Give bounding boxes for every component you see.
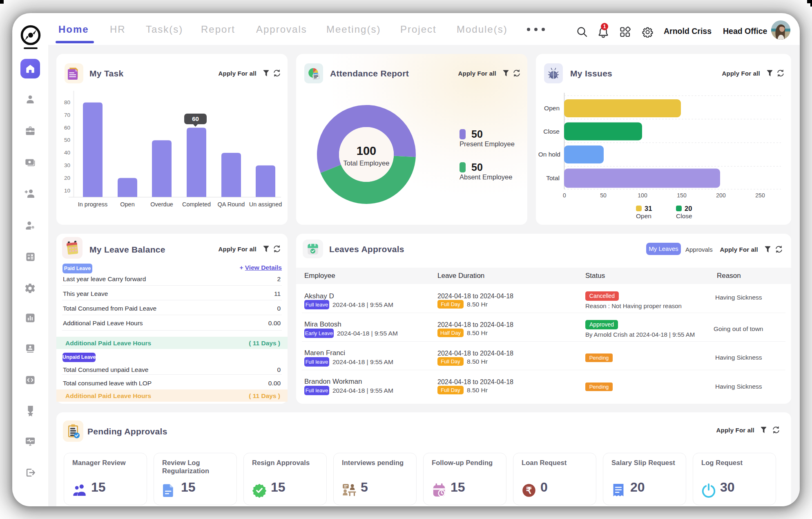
- svg-text:10: 10: [64, 188, 70, 194]
- svg-text:On hold: On hold: [538, 151, 560, 158]
- svg-text:150: 150: [677, 192, 687, 199]
- svg-text:20: 20: [64, 175, 70, 181]
- svg-text:100: 100: [357, 144, 376, 157]
- svg-text:20: 20: [685, 205, 692, 212]
- svg-text:40: 40: [64, 150, 70, 156]
- svg-text:60: 60: [192, 115, 199, 122]
- svg-text:Open: Open: [544, 105, 560, 112]
- svg-text:30: 30: [64, 162, 70, 168]
- svg-text:50: 50: [471, 128, 483, 140]
- svg-text:Total: Total: [546, 174, 560, 181]
- svg-text:50: 50: [600, 192, 607, 199]
- svg-text:70: 70: [64, 112, 70, 118]
- svg-text:Open: Open: [120, 201, 134, 208]
- svg-text:Close: Close: [543, 128, 560, 135]
- svg-text:0: 0: [563, 192, 566, 199]
- svg-text:250: 250: [755, 192, 765, 199]
- svg-text:200: 200: [716, 192, 726, 199]
- svg-text:QA Round: QA Round: [218, 201, 245, 208]
- svg-text:50: 50: [64, 137, 70, 143]
- svg-text:80: 80: [64, 99, 70, 105]
- svg-text:Overdue: Overdue: [150, 201, 173, 208]
- svg-text:60: 60: [64, 125, 70, 131]
- svg-text:In progress: In progress: [78, 201, 108, 208]
- svg-text:Present Employee: Present Employee: [460, 140, 515, 148]
- svg-text:Completed: Completed: [182, 201, 211, 208]
- svg-text:Absent Employee: Absent Employee: [460, 173, 512, 181]
- svg-text:31: 31: [645, 205, 652, 212]
- svg-text:Total Employee: Total Employee: [344, 159, 390, 167]
- svg-text:₹: ₹: [526, 485, 532, 496]
- svg-text:Close: Close: [676, 213, 692, 219]
- svg-text:Un assigned: Un assigned: [249, 201, 282, 208]
- svg-text:50: 50: [471, 161, 483, 173]
- svg-text:Open: Open: [636, 213, 651, 219]
- svg-text:100: 100: [638, 192, 647, 199]
